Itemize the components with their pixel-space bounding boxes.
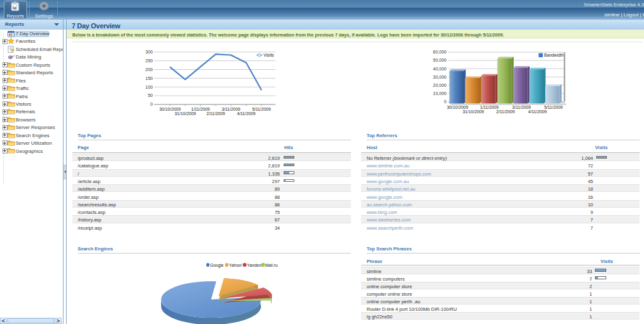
svg-text:1/11/2009: 1/11/2009 [480, 105, 499, 109]
svg-text:150: 150 [145, 76, 153, 81]
svg-text:250: 250 [145, 59, 153, 63]
svg-text:50: 50 [148, 93, 153, 98]
svg-text:30,000: 30,000 [433, 75, 447, 79]
svg-text:31/10/2009: 31/10/2009 [462, 109, 484, 114]
svg-text:Bandwidth: Bandwidth [544, 53, 564, 57]
svg-text:100: 100 [145, 85, 153, 89]
svg-text:30/10/2009: 30/10/2009 [159, 107, 180, 111]
svg-text:10,000: 10,000 [433, 91, 447, 96]
svg-text:1/11/2009: 1/11/2009 [191, 107, 210, 111]
svg-text:60,000: 60,000 [433, 50, 447, 54]
svg-text:4/11/2009: 4/11/2009 [237, 111, 256, 116]
svg-text:0: 0 [444, 99, 447, 104]
svg-text:2/11/2009: 2/11/2009 [496, 109, 515, 114]
svg-text:50,000: 50,000 [433, 58, 447, 62]
svg-text:4/11/2009: 4/11/2009 [528, 109, 547, 114]
svg-text:200: 200 [145, 67, 153, 72]
svg-text:3/11/2009: 3/11/2009 [221, 107, 240, 111]
svg-text:30/10/2009: 30/10/2009 [447, 105, 468, 109]
svg-text:300: 300 [145, 50, 153, 54]
svg-text:40,000: 40,000 [433, 67, 447, 71]
svg-text:5/11/2009: 5/11/2009 [252, 107, 271, 111]
svg-text:5/11/2009: 5/11/2009 [544, 105, 563, 109]
svg-text:Visits: Visits [264, 53, 274, 57]
svg-text:20,000: 20,000 [433, 83, 447, 87]
svg-text:3/11/2009: 3/11/2009 [512, 105, 531, 109]
svg-text:31/10/2009: 31/10/2009 [174, 111, 196, 116]
svg-text:0: 0 [150, 102, 153, 106]
svg-text:2/11/2009: 2/11/2009 [206, 111, 225, 116]
